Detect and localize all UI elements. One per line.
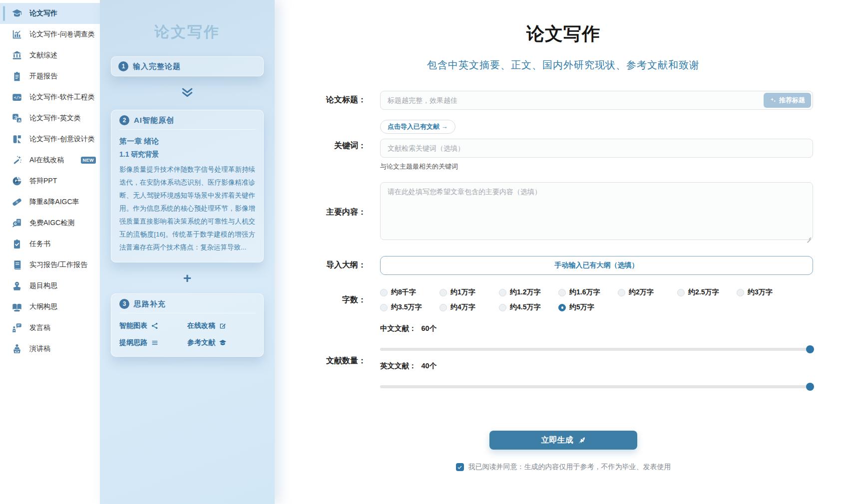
sidebar-item-topic-ideation[interactable]: 题目构思	[0, 275, 100, 296]
sidebar-item-lecture-draft[interactable]: 演讲稿	[0, 338, 100, 359]
share-nodes-icon	[151, 322, 159, 330]
task-check-icon	[11, 238, 23, 250]
link-label: 参考文献	[187, 338, 215, 347]
notebook-icon	[11, 259, 23, 271]
step1-label: 输入完整论题	[133, 62, 181, 71]
agreement-checkbox[interactable]	[456, 463, 464, 471]
link-smart-charts[interactable]: 智能图表	[119, 321, 187, 330]
graduation-cap-icon	[219, 339, 227, 347]
link-label: 智能图表	[119, 321, 147, 330]
generate-button[interactable]: 立即生成	[489, 431, 637, 450]
row-main-content: 主要内容：	[314, 182, 813, 242]
recommend-title-button[interactable]: 推荐标题	[764, 93, 811, 108]
radio-icon	[677, 289, 685, 296]
lecture-icon	[11, 343, 23, 355]
cn-refs-meta: 中文文献： 60个	[380, 324, 813, 333]
link-references[interactable]: 参考文献	[187, 338, 255, 347]
cn-refs-label: 中文文献：	[380, 324, 417, 333]
slider-handle[interactable]	[806, 345, 814, 353]
step3-number: 3	[119, 299, 129, 309]
sidebar-item-label: 降重&降AIGC率	[29, 198, 79, 207]
agreement-text: 我已阅读并同意：生成的内容仅用于参考，不作为毕业、发表使用	[468, 463, 671, 472]
en-refs-value: 40个	[422, 361, 437, 371]
sparkles-icon	[770, 97, 777, 104]
sidebar-item-label: 论文写作-软件工程类	[29, 93, 95, 102]
sidebar-item-ai-online-revision[interactable]: AI在线改稿 NEW	[0, 150, 100, 171]
sidebar-item-label: 文献综述	[29, 51, 57, 60]
row-keywords: 关键词： 点击导入已有文献 → 与论文主题最相关的关键词	[314, 110, 813, 171]
import-references-label: 点击导入已有文献 →	[388, 122, 448, 131]
sidebar-item-label: 免费AIGC检测	[29, 219, 74, 228]
en-refs-meta: 英文文献： 40个	[380, 361, 813, 371]
link-online-revision[interactable]: 在线改稿	[187, 321, 255, 330]
paper-title-input[interactable]	[380, 91, 813, 110]
link-label: 提纲思路	[119, 338, 147, 347]
radio-icon	[499, 304, 506, 311]
wordcount-option-40k[interactable]: 约4万字	[439, 303, 499, 312]
resize-grip-icon[interactable]	[806, 234, 811, 239]
sidebar-item-free-aigc-detect[interactable]: 免费AIGC检测	[0, 213, 100, 234]
step2-label: AI智能原创	[134, 116, 174, 125]
paper-title-label: 论文标题：	[314, 91, 366, 110]
sidebar-item-label: 大纲构思	[29, 302, 57, 311]
code-icon: </>	[11, 91, 23, 103]
sidebar-item-literature-review[interactable]: 文献综述	[0, 45, 100, 66]
sidebar-item-defense-ppt[interactable]: P 答辩PPT	[0, 171, 100, 192]
keywords-input[interactable]	[380, 139, 813, 158]
wordcount-option-35k[interactable]: 约3.5万字	[380, 303, 439, 312]
sidebar-item-english[interactable]: 文A 论文写作-英文类	[0, 108, 100, 129]
keywords-label: 关键词：	[314, 110, 366, 171]
wordcount-option-16k[interactable]: 约1.6万字	[558, 288, 618, 297]
open-book-icon	[11, 301, 23, 313]
wordcount-option-50k-selected[interactable]: 约5万字	[558, 303, 618, 312]
sidebar-item-questionnaire[interactable]: 论文写作-问卷调查类	[0, 24, 100, 45]
sidebar-item-outline-ideation[interactable]: 大纲构思	[0, 296, 100, 317]
recommend-title-label: 推荐标题	[779, 96, 805, 105]
sidebar-item-internship-report[interactable]: 实习报告/工作报告	[0, 254, 100, 275]
en-refs-slider[interactable]	[380, 383, 813, 391]
double-chevron-down-icon	[180, 85, 195, 102]
manual-outline-button[interactable]: 手动输入已有大纲（选填）	[380, 256, 813, 275]
wordcount-option-45k[interactable]: 约4.5万字	[499, 303, 558, 312]
import-references-button[interactable]: 点击导入已有文献 →	[380, 120, 455, 134]
link-outline-ideas[interactable]: 提纲思路	[119, 338, 187, 347]
wordcount-option-12k[interactable]: 约1.2万字	[499, 288, 558, 297]
sidebar-item-proposal-report[interactable]: 开题报告	[0, 66, 100, 87]
row-word-count: 字数： 约8千字 约1万字 约1.2万字 约1.6万字 约2万字 约2.5万字 …	[314, 288, 813, 318]
sidebar-item-task-book[interactable]: 任务书	[0, 234, 100, 254]
sidebar-item-creative-design[interactable]: 论文写作-创意设计类	[0, 129, 100, 150]
slider-track[interactable]	[380, 348, 813, 351]
wordcount-option-25k[interactable]: 约2.5万字	[677, 288, 737, 297]
preview-body-text: 影像质量提升技术伴随数字信号处理革新持续迭代，在安防体系动态识别、医疗影像精准诊…	[119, 163, 255, 254]
sidebar-item-label: 演讲稿	[29, 344, 50, 353]
magnifier-doc-icon	[11, 217, 23, 229]
check-icon	[457, 465, 462, 470]
design-icon	[11, 133, 23, 145]
sidebar-item-paper-writing[interactable]: 论文写作	[0, 3, 100, 24]
wordcount-option-20k[interactable]: 约2万字	[618, 288, 677, 297]
step3-label: 思路补充	[134, 299, 166, 309]
word-count-label: 字数：	[314, 288, 366, 318]
preview-title: 论文写作	[111, 22, 264, 42]
step1-card: 1 输入完整论题	[111, 56, 264, 76]
sidebar-item-label: 论文写作-问卷调查类	[29, 30, 95, 39]
sidebar-item-software-engineering[interactable]: </> 论文写作-软件工程类	[0, 87, 100, 108]
paper-form: 论文标题： 推荐标题 关键词： 点击导入已有文献 → 与论文	[314, 91, 813, 472]
agreement-row: 我已阅读并同意：生成的内容仅用于参考，不作为毕业、发表使用	[314, 463, 813, 472]
main-content-textarea[interactable]	[380, 182, 813, 240]
wordcount-option-10k[interactable]: 约1万字	[439, 288, 499, 297]
radio-icon	[439, 304, 447, 311]
slider-handle[interactable]	[806, 383, 814, 391]
link-label: 在线改稿	[187, 321, 215, 330]
bandage-icon	[11, 196, 23, 208]
row-reference-count: 文献数量： 中文文献： 60个 英文文献： 40个	[314, 324, 813, 398]
radio-icon	[737, 289, 744, 296]
sidebar-item-label: 开题报告	[29, 72, 57, 81]
radio-icon	[380, 289, 388, 296]
sidebar-item-reduce-aigc-rate[interactable]: 降重&降AIGC率	[0, 192, 100, 213]
sidebar-item-speech-draft[interactable]: 发言稿	[0, 317, 100, 338]
wordcount-option-30k[interactable]: 约3万字	[737, 288, 796, 297]
wordcount-option-8k[interactable]: 约8千字	[380, 288, 439, 297]
slider-track[interactable]	[380, 385, 813, 388]
cn-refs-slider[interactable]	[380, 345, 813, 353]
